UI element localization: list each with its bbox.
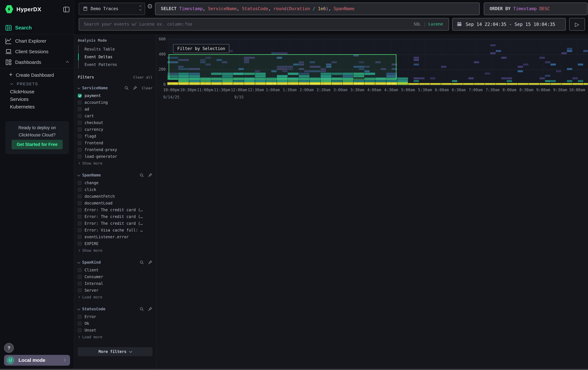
filter-option-click[interactable]: click [78,186,152,193]
lucene-toggle[interactable]: Lucene [429,22,443,26]
filter-option-error-visa-cache-full[interactable]: Error: Visa cache full: … [78,227,152,234]
sql-toggle[interactable]: SQL [413,22,421,26]
filter-search-icon[interactable] [139,260,144,265]
checkbox[interactable] [78,194,82,198]
filter-option-error[interactable]: Error [78,313,152,320]
show-more-button[interactable]: Load more [78,294,152,300]
filter-option-expire[interactable]: EXPIRE [78,240,152,247]
chevron-down-icon[interactable] [77,173,80,176]
filter-option-eventlistener-error[interactable]: eventListener.error [78,234,152,240]
chevron-down-icon[interactable] [77,86,80,89]
checkbox[interactable] [78,268,82,272]
filter-pin-icon[interactable] [148,173,152,178]
filter-option-currency[interactable]: currency [78,126,152,133]
create-dashboard-button[interactable]: + Create Dashboard [0,70,74,79]
filter-option-internal[interactable]: Internal [78,280,152,287]
checkbox[interactable] [78,121,82,125]
analysis-mode-event-patterns[interactable]: Event Patterns [79,61,152,69]
clear-all-button[interactable]: Clear all [133,75,152,79]
filter-option-load-generator[interactable]: load-generator [78,153,152,160]
source-select[interactable]: Demo Traces [79,3,145,15]
select-clause-input[interactable]: SELECT Timestamp, ServiceName, StatusCod… [155,3,480,15]
sidebar-item-client-sessions[interactable]: Client Sessions [0,47,74,57]
checkbox[interactable] [78,107,82,111]
show-more-button[interactable]: Show more [78,160,152,167]
checkbox[interactable] [78,128,82,131]
checkbox[interactable] [78,215,82,219]
filter-option-change[interactable]: change [78,180,152,186]
filter-option-frontend[interactable]: frontend [78,140,152,146]
checkbox[interactable] [78,328,82,332]
presets-toggle[interactable]: PRESETS [0,80,74,88]
filter-option-checkout[interactable]: checkout [78,119,152,126]
filter-option-error-the-credit-card[interactable]: Error: The credit card (… [78,220,152,227]
checkbox[interactable] [78,228,82,232]
checkbox[interactable] [78,289,82,292]
checkbox[interactable] [78,114,82,118]
filter-search-icon[interactable] [124,86,129,90]
sidebar-collapse-icon[interactable] [63,6,70,13]
filter-search-icon[interactable] [139,173,144,178]
filter-option-error-the-credit-card[interactable]: Error: The credit card (… [78,213,152,220]
checkbox[interactable] [78,201,82,205]
checkbox[interactable] [78,134,82,138]
more-filters-button[interactable]: More filters [78,347,152,356]
checkbox[interactable] [78,188,82,192]
filter-option-documentfetch[interactable]: documentFetch [78,193,152,200]
checkbox[interactable] [78,181,82,185]
filter-option-ok[interactable]: Ok [78,320,152,327]
checkbox[interactable] [78,100,82,104]
show-more-button[interactable]: Show more [78,247,152,254]
filter-option-cart[interactable]: cart [78,113,152,119]
filter-option-flagd[interactable]: flagd [78,133,152,140]
sidebar-item-kubernetes[interactable]: Kubernetes [0,103,74,110]
filter-option-documentload[interactable]: documentLoad [78,200,152,207]
checkbox[interactable] [78,282,82,286]
checkbox[interactable] [78,242,82,246]
time-range-picker[interactable]: Sep 14 22:04:35 - Sep 15 10:04:35 [452,18,566,30]
checkbox[interactable] [78,315,82,319]
checkbox[interactable] [78,148,82,152]
checkbox[interactable] [78,94,82,98]
filter-pin-icon[interactable] [133,86,137,90]
chevron-down-icon[interactable] [77,260,80,263]
sidebar-item-search[interactable]: Search [0,23,74,33]
analysis-mode-results-table[interactable]: Results Table [79,45,152,53]
filter-search-icon[interactable] [139,307,144,311]
user-menu[interactable]: U Local mode [4,355,70,366]
sidebar-item-dashboards[interactable]: Dashboards [0,57,74,68]
filter-option-consumer[interactable]: Consumer [78,273,152,280]
filter-pin-icon[interactable] [148,260,152,265]
filter-pin-icon[interactable] [148,307,152,311]
filter-option-payment[interactable]: payment [78,92,152,99]
filter-option-server[interactable]: Server [78,287,152,294]
filter-by-selection-tooltip[interactable]: Filter by Selection [173,44,229,53]
run-query-button[interactable]: ▷ [569,18,585,30]
checkbox[interactable] [78,235,82,239]
horizontal-scrollbar[interactable] [0,369,588,370]
filter-option-client[interactable]: Client [78,267,152,273]
order-by-input[interactable]: ORDER BY Timestamp DESC [484,3,588,15]
sidebar-item-services[interactable]: Services [0,95,74,103]
help-button[interactable]: ? [4,343,14,353]
checkbox[interactable] [78,141,82,145]
checkbox[interactable] [78,208,82,212]
filter-clear-button[interactable]: Clear [142,86,152,90]
search-input[interactable]: Search your events w/ Lucene ex. column:… [79,18,449,30]
heatmap-canvas[interactable] [167,38,588,86]
filter-option-accounting[interactable]: accounting [78,99,152,106]
sidebar-item-chart-explorer[interactable]: Chart Explorer [0,36,74,46]
filter-option-frontend-proxy[interactable]: frontend-proxy [78,146,152,153]
analysis-mode-event-deltas[interactable]: Event Deltas [79,53,152,61]
filter-option-ad[interactable]: ad [78,106,152,113]
get-started-button[interactable]: Get Started for Free [11,140,63,149]
gear-icon[interactable]: ⚙ [147,3,153,10]
filter-option-error-the-credit-card[interactable]: Error: The credit card (… [78,207,152,213]
filter-option-unset[interactable]: Unset [78,327,152,334]
checkbox[interactable] [78,155,82,159]
checkbox[interactable] [78,221,82,225]
sidebar-item-clickhouse[interactable]: ClickHouse [0,88,74,95]
checkbox[interactable] [78,321,82,325]
chevron-down-icon[interactable] [77,307,80,310]
checkbox[interactable] [78,275,82,279]
